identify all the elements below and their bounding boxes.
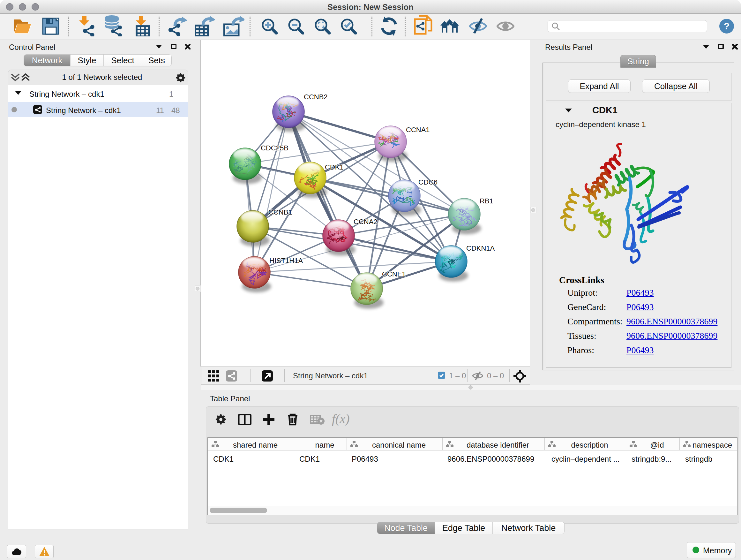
svg-text:HIST1H1A: HIST1H1A xyxy=(269,257,303,265)
svg-text:CCNE1: CCNE1 xyxy=(382,270,406,278)
svg-text:RB1: RB1 xyxy=(480,197,493,205)
svg-text:CCNB2: CCNB2 xyxy=(304,93,328,101)
svg-text:CDC25B: CDC25B xyxy=(261,144,288,152)
svg-text:CDK1: CDK1 xyxy=(325,163,344,171)
svg-text:CDC6: CDC6 xyxy=(418,178,437,186)
svg-text:CCNA2: CCNA2 xyxy=(354,218,378,226)
svg-text:CCNA1: CCNA1 xyxy=(406,126,430,134)
svg-text:CCNB1: CCNB1 xyxy=(268,208,292,216)
svg-text:CDKN1A: CDKN1A xyxy=(466,244,495,252)
